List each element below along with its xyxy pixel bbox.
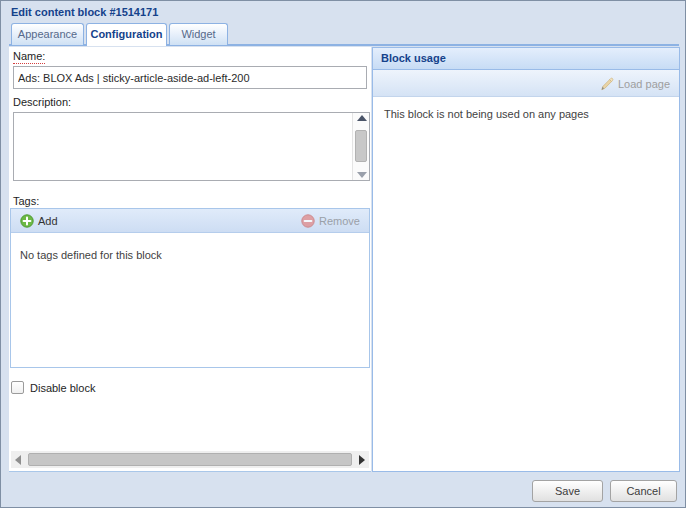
tab-widget-label: Widget bbox=[181, 28, 215, 40]
name-input[interactable] bbox=[13, 66, 367, 89]
dialog-title: Edit content block #1514171 bbox=[11, 6, 158, 18]
add-tag-button[interactable]: Add bbox=[17, 212, 61, 230]
block-usage-empty-message: This block is not being used on any page… bbox=[384, 108, 589, 120]
plus-circle-icon bbox=[20, 214, 34, 228]
add-tag-label: Add bbox=[38, 215, 58, 227]
block-usage-header: Block usage bbox=[373, 48, 679, 70]
scroll-right-icon[interactable] bbox=[359, 455, 365, 465]
tab-appearance-label: Appearance bbox=[18, 28, 77, 40]
scroll-left-icon[interactable] bbox=[15, 455, 21, 465]
scrollbar-thumb[interactable] bbox=[355, 130, 367, 162]
dialog-titlebar: Edit content block #1514171 bbox=[1, 1, 685, 23]
description-label: Description: bbox=[13, 96, 71, 108]
name-label: Name: bbox=[13, 50, 45, 62]
tags-toolbar: Add Remove bbox=[11, 209, 369, 233]
tab-appearance[interactable]: Appearance bbox=[11, 23, 84, 45]
tags-label: Tags: bbox=[13, 195, 39, 207]
disable-block-checkbox[interactable] bbox=[11, 381, 24, 394]
pencil-icon bbox=[600, 77, 614, 91]
horizontal-scrollbar[interactable] bbox=[11, 451, 369, 468]
remove-tag-label: Remove bbox=[319, 215, 360, 227]
scroll-up-icon[interactable] bbox=[357, 115, 367, 121]
load-page-label: Load page bbox=[618, 78, 670, 90]
tags-empty-message: No tags defined for this block bbox=[20, 249, 162, 261]
block-usage-panel: Block usage Load page This block is not … bbox=[372, 47, 680, 472]
remove-tag-button[interactable]: Remove bbox=[298, 212, 363, 230]
configuration-form-panel: Name: Description: Tags: bbox=[9, 47, 371, 472]
dialog-footer: Save changes Cancel bbox=[1, 473, 685, 508]
tab-configuration[interactable]: Configuration bbox=[86, 23, 167, 46]
scrollbar-thumb[interactable] bbox=[28, 453, 352, 466]
cancel-button[interactable]: Cancel bbox=[610, 480, 677, 502]
save-changes-button[interactable]: Save changes bbox=[532, 480, 603, 502]
edit-content-block-dialog: Edit content block #1514171 Appearance C… bbox=[0, 0, 686, 508]
description-vertical-scrollbar[interactable] bbox=[352, 113, 369, 180]
tags-panel: Add Remove No tags defined for this bloc… bbox=[10, 208, 370, 368]
minus-circle-icon bbox=[301, 214, 315, 228]
block-usage-toolbar: Load page bbox=[373, 70, 679, 97]
tab-widget[interactable]: Widget bbox=[169, 23, 228, 45]
scroll-down-icon[interactable] bbox=[357, 172, 367, 178]
disable-block-label: Disable block bbox=[30, 382, 95, 394]
tab-configuration-label: Configuration bbox=[90, 28, 162, 40]
description-textarea[interactable] bbox=[13, 112, 370, 181]
load-page-button[interactable]: Load page bbox=[596, 74, 674, 93]
disable-block-row: Disable block bbox=[11, 381, 95, 394]
